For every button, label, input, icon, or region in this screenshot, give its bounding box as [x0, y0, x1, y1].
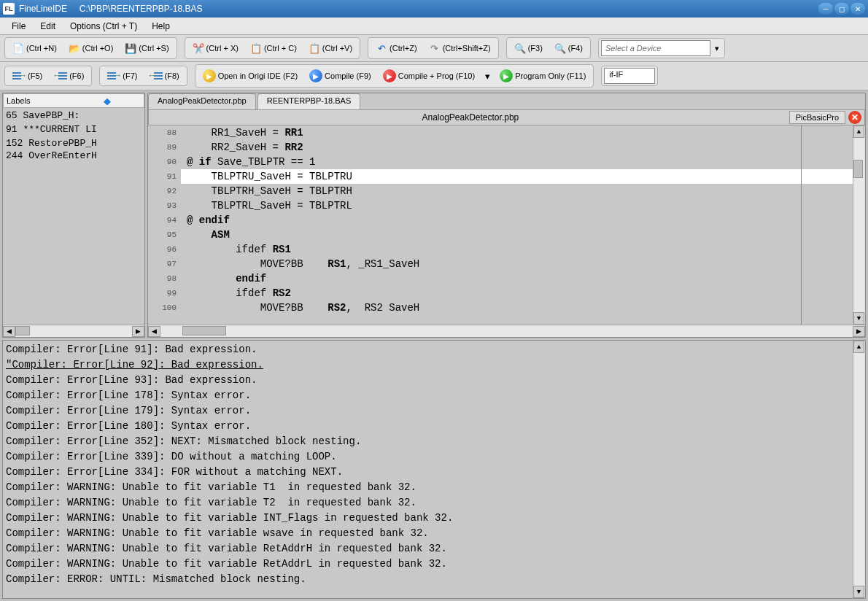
code-line[interactable]: MOVE?BB RS2, RS2 SaveH	[181, 300, 853, 315]
code-line[interactable]: ifdef RS1	[181, 242, 853, 257]
copy-icon: 📋	[250, 42, 262, 54]
output-vscroll-up-button[interactable]: ▲	[853, 341, 864, 353]
scroll-right-button[interactable]: ▶	[132, 326, 144, 337]
titlebar: FL FineLineIDE C:\PBP\REENTERPBP-18.BAS …	[0, 0, 868, 18]
output-line[interactable]: Compiler: WARNING: Unable to fit variabl…	[6, 511, 850, 526]
vscroll-up-button[interactable]: ▲	[853, 125, 864, 138]
open-origi-button[interactable]: ▶ Open in Origi IDE (F2)	[198, 66, 303, 85]
close-file-button[interactable]: ✕	[848, 111, 861, 124]
vscroll-down-button[interactable]: ▼	[853, 312, 864, 325]
compile-prog-button[interactable]: ▶ Compile + Prog (F10)	[378, 66, 480, 85]
labels-hscroll[interactable]: ◀ ▶	[3, 325, 144, 337]
code-content[interactable]: RR1_SaveH = RR1 RR2_SaveH = RR2@ if Save…	[181, 125, 853, 325]
line-number: 99	[148, 286, 177, 300]
output-line[interactable]: Compiler: Error[Line 180]: Syntax error.	[6, 419, 850, 434]
device-combo[interactable]	[601, 40, 710, 56]
code-line[interactable]: @ if Save_TBLPTR == 1	[181, 155, 853, 169]
indent-right-f6-button[interactable]: ← (F6)	[49, 68, 89, 84]
labels-list-item[interactable]: 65 SavePBP_H:	[4, 109, 143, 122]
menu-file[interactable]: File	[4, 19, 33, 34]
output-line[interactable]: Compiler: Error[Line 352]: NEXT: Mismatc…	[6, 434, 850, 449]
program-only-button[interactable]: ▶ Program Only (F11)	[495, 66, 591, 85]
editor-vscroll[interactable]: ▲ ▼	[853, 125, 865, 325]
compiler-output-pane[interactable]: Compiler: Error[Line 91]: Bad expression…	[2, 340, 866, 599]
program-only-label: Program Only (F11)	[515, 71, 586, 80]
labels-list[interactable]: 65 SavePBP_H:91 ***CURRENT LI152 Restore…	[3, 108, 144, 325]
scroll-track[interactable]	[15, 326, 132, 337]
editor-tab[interactable]: REENTERPBP-18.BAS	[257, 93, 361, 109]
vscroll-thumb[interactable]	[853, 160, 863, 178]
editor-scroll-thumb[interactable]	[182, 326, 226, 336]
output-vscroll-track[interactable]	[853, 353, 864, 586]
scissors-icon: ✂️	[193, 42, 204, 54]
cut-button[interactable]: ✂️ (Ctrl + X)	[187, 39, 244, 57]
menu-options[interactable]: Options (Ctrl + T)	[63, 19, 144, 34]
code-line[interactable]: TBLPTRU_SaveH = TBLPTRU	[181, 169, 853, 184]
code-line[interactable]: endif	[181, 271, 853, 286]
minimize-button[interactable]: ─	[818, 3, 833, 15]
dropdown-menu-icon[interactable]: ▾	[481, 70, 493, 82]
menu-help[interactable]: Help	[144, 19, 177, 34]
output-line[interactable]: Compiler: Error[Line 93]: Bad expression…	[6, 373, 850, 388]
redo-button[interactable]: ↷ (Ctrl+Shift+Z)	[424, 39, 496, 57]
undo-button[interactable]: ↶ (Ctrl+Z)	[371, 39, 422, 57]
editor-scroll-track[interactable]	[160, 326, 853, 337]
labels-dropdown-icon[interactable]: ◆	[74, 95, 141, 106]
output-line[interactable]: Compiler: Error[Line 91]: Bad expression…	[6, 342, 850, 357]
compile-button[interactable]: ▶ Compile (F9)	[304, 66, 376, 85]
open-button[interactable]: 📂 (Ctrl +O)	[63, 39, 118, 57]
labels-list-item[interactable]: 152 RestorePBP_H	[4, 137, 143, 150]
paste-button[interactable]: 📋 (Ctrl +V)	[303, 39, 357, 57]
code-line[interactable]: RR2_SaveH = RR2	[181, 140, 853, 155]
labels-list-item[interactable]: 91 ***CURRENT LI	[4, 123, 143, 136]
editor-hscroll[interactable]: ◀ ▶	[148, 325, 865, 337]
output-line[interactable]: Compiler: Error[Line 334]: FOR without a…	[6, 465, 850, 480]
output-line[interactable]: Compiler: WARNING: Unable to fit variabl…	[6, 541, 850, 557]
cut-button-label: (Ctrl + X)	[206, 44, 239, 53]
device-input[interactable]	[605, 44, 707, 53]
labels-list-item[interactable]: 244 OverReEnterH	[4, 150, 143, 162]
new-button[interactable]: 📄 (Ctrl +N)	[7, 39, 62, 57]
device-dropdown-arrow[interactable]: ▾	[712, 44, 722, 53]
editor-scroll-left-button[interactable]: ◀	[148, 326, 160, 337]
output-line[interactable]: Compiler: Error[Line 179]: Syntax error.	[6, 403, 850, 419]
output-line[interactable]: Compiler: WARNING: Unable to fit variabl…	[6, 480, 850, 495]
code-line[interactable]: ifdef RS2	[181, 286, 853, 300]
scroll-left-button[interactable]: ◀	[3, 326, 15, 337]
output-line[interactable]: "Compiler: Error[Line 92]: Bad expressio…	[6, 357, 850, 373]
output-line[interactable]: Compiler: Error[Line 339]: DO without a …	[6, 449, 850, 465]
code-line[interactable]: @ endif	[181, 213, 853, 228]
output-vscroll-down-button[interactable]: ▼	[853, 586, 864, 598]
indent-left-f5-button[interactable]: → (F5)	[7, 68, 47, 84]
editor-scroll-right-button[interactable]: ▶	[853, 326, 865, 337]
output-line[interactable]: Compiler: WARNING: Unable to fit variabl…	[6, 557, 850, 572]
output-line[interactable]: Compiler: WARNING: Unable to fit variabl…	[6, 526, 850, 541]
labels-header[interactable]: Labels ◆	[3, 93, 144, 108]
maximize-button[interactable]: ◻	[834, 3, 849, 15]
f6-label: (F6)	[69, 71, 84, 80]
find-next-button[interactable]: 🔍 (F4)	[549, 39, 588, 57]
output-line[interactable]: Compiler: WARNING: Unable to fit variabl…	[6, 495, 850, 511]
scroll-thumb[interactable]	[15, 326, 30, 336]
copy-button[interactable]: 📋 (Ctrl + C)	[245, 39, 302, 57]
line-number: 91	[148, 169, 177, 184]
code-editor[interactable]: 888990919293949596979899100 RR1_SaveH = …	[148, 125, 865, 325]
vscroll-track[interactable]	[853, 138, 864, 312]
indent-f7-button[interactable]: → (F7)	[102, 68, 142, 84]
code-line[interactable]: TBLPTRH_SaveH = TBLPTRH	[181, 184, 853, 198]
code-line[interactable]: MOVE?BB RS1, _RS1_SaveH	[181, 257, 853, 271]
indent-f8-button[interactable]: ← (F8)	[144, 68, 185, 84]
code-line[interactable]: TBLPTRL_SaveH = TBLPTRL	[181, 198, 853, 213]
output-vscroll[interactable]: ▲ ▼	[853, 341, 865, 598]
output-lines[interactable]: Compiler: Error[Line 91]: Bad expression…	[3, 341, 853, 598]
menu-edit[interactable]: Edit	[33, 19, 63, 34]
code-line[interactable]: RR1_SaveH = RR1	[181, 125, 853, 140]
code-line[interactable]: ASM	[181, 228, 853, 242]
editor-tab[interactable]: AnalogPeakDetector.pbp	[148, 93, 256, 109]
output-line[interactable]: Compiler: ERROR: UNTIL: Mismatched block…	[6, 572, 850, 587]
output-line[interactable]: Compiler: Error[Line 178]: Syntax error.	[6, 388, 850, 403]
find-button[interactable]: 🔍 (F3)	[509, 39, 548, 57]
save-button[interactable]: 💾 (Ctrl +S)	[120, 39, 174, 57]
open-folder-icon: 📂	[69, 42, 80, 54]
close-window-button[interactable]: ✕	[850, 3, 865, 15]
